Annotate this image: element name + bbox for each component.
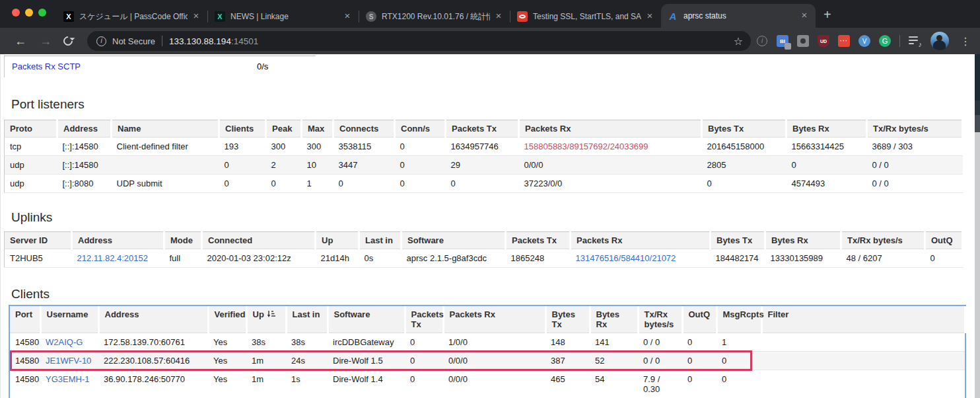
- dots-extension-icon[interactable]: ···: [838, 35, 850, 47]
- table-row: tcp[::]:14580Client-defined filter193300…: [5, 138, 963, 156]
- close-tab-icon[interactable]: ×: [644, 11, 656, 22]
- column-header: Tx/Rx bytes/s: [867, 120, 963, 138]
- table-link[interactable]: JE1WFV-10: [46, 356, 91, 366]
- camera-extension-icon[interactable]: [797, 35, 809, 47]
- table-link[interactable]: 131476516/584410/21072: [576, 253, 676, 263]
- column-header-sortable[interactable]: Bytes Tx: [545, 306, 590, 333]
- window-controls: [12, 9, 46, 17]
- page-scrollbar[interactable]: [975, 54, 980, 398]
- packets-rx-link[interactable]: 158805883/89157692/24033699: [524, 141, 648, 151]
- column-header: Packets Tx: [506, 232, 571, 249]
- grammarly-extension-icon[interactable]: G: [879, 35, 891, 47]
- column-header-sortable[interactable]: Last in: [286, 306, 328, 333]
- column-header: Packets Rx: [519, 120, 702, 138]
- minimize-window-button[interactable]: [25, 9, 33, 17]
- forward-button[interactable]: →: [33, 34, 58, 48]
- column-header-sortable[interactable]: Software: [328, 306, 405, 333]
- scrollbar-thumb-lower[interactable]: [975, 115, 980, 132]
- table-cell: [761, 370, 965, 398]
- ublock-extension-icon[interactable]: UD: [818, 35, 829, 47]
- table-row: udp[::]:8080UDP submit00100037223/0/0045…: [5, 175, 963, 193]
- column-header-sortable[interactable]: Filter: [761, 306, 965, 333]
- table-cell: 1: [717, 333, 761, 352]
- back-button[interactable]: ←: [8, 34, 33, 48]
- table-cell: 3447: [333, 156, 395, 175]
- scrollbar-thumb[interactable]: [975, 100, 980, 115]
- table-header-row: Port Username Address Verified Up Last i…: [10, 306, 965, 333]
- bitwarden-extension-icon[interactable]: BI: [777, 35, 788, 47]
- new-tab-button[interactable]: +: [816, 7, 841, 28]
- column-header: Address: [72, 232, 164, 249]
- table-cell: [::]:14580: [57, 156, 112, 175]
- media-controls-icon[interactable]: ♪: [909, 36, 922, 46]
- table-cell: 0: [682, 370, 717, 398]
- site-info-icon[interactable]: i: [96, 36, 106, 46]
- table-cell: Client-defined filter: [112, 138, 219, 156]
- table-cell: Dire-Wolf 1.5: [328, 352, 405, 370]
- table-cell: 52: [590, 352, 638, 370]
- table-link[interactable]: 212.11.82.4:20152: [77, 253, 148, 263]
- column-header: Name: [112, 120, 219, 138]
- table-cell: 48 / 6207: [841, 249, 925, 268]
- reload-button[interactable]: [61, 34, 75, 48]
- table-cell: 0: [219, 156, 266, 175]
- table-cell: 1s: [286, 370, 328, 398]
- column-header-sortable[interactable]: Port: [10, 306, 40, 333]
- vimium-extension-icon[interactable]: V: [858, 35, 870, 47]
- oracle-logo-icon: [517, 11, 528, 22]
- column-header-sortable[interactable]: Bytes Rx: [590, 306, 638, 333]
- close-tab-icon[interactable]: ×: [798, 10, 810, 22]
- maximize-window-button[interactable]: [38, 9, 46, 17]
- table-cell: 0: [405, 352, 443, 370]
- tab-rtx1200[interactable]: S RTX1200 Rev.10.01.76 / 統計情報 ×: [359, 5, 510, 28]
- packets-rx-sctp-link[interactable]: Packets Rx SCTP: [12, 61, 81, 71]
- table-cell: 0: [405, 370, 443, 398]
- address-bar[interactable]: i Not Secure 133.130.88.194 :14501 ☆: [87, 31, 751, 51]
- table-link[interactable]: YG3EMH-1: [46, 374, 89, 384]
- table-cell: 300: [302, 138, 333, 156]
- table-header-row: Server ID Address Mode Connected Up Last…: [5, 232, 963, 249]
- tab-passcode[interactable]: X スケジュール | PassCode Official ×: [57, 5, 207, 28]
- close-tab-icon[interactable]: ×: [493, 11, 505, 22]
- table-cell: [761, 333, 965, 352]
- table-link[interactable]: W2AIQ-G: [46, 337, 83, 347]
- column-header: Address: [57, 120, 112, 138]
- tab-title: aprsc status: [683, 11, 796, 20]
- column-header-sortable[interactable]: Tx/Rx bytes/s: [638, 306, 682, 333]
- column-header-sortable[interactable]: Username: [40, 306, 98, 333]
- port-listeners-table: Proto Address Name Clients Peak Max Conn…: [4, 120, 963, 193]
- column-header-sortable[interactable]: Verified: [208, 306, 246, 333]
- table-cell: 0: [395, 175, 446, 193]
- column-header-sortable[interactable]: MsgRcpts: [717, 306, 761, 333]
- table-cell: 201645158000: [702, 138, 787, 156]
- column-header: Bytes Tx: [702, 120, 787, 138]
- sort-descending-icon: [267, 310, 275, 318]
- column-header-sortable[interactable]: Packets Rx: [443, 306, 545, 333]
- column-header-sortable[interactable]: Address: [98, 306, 208, 333]
- table-cell: 0: [682, 333, 717, 352]
- profile-avatar[interactable]: [930, 32, 949, 50]
- close-tab-icon[interactable]: ×: [341, 11, 353, 22]
- table-cell: 172.58.139.70:60761: [98, 333, 208, 352]
- table-cell: 2805: [702, 156, 787, 175]
- table-cell: UDP submit: [112, 175, 219, 193]
- extension-info-icon[interactable]: i: [757, 36, 767, 46]
- column-header-sortable[interactable]: Up: [246, 306, 286, 333]
- tab-news-linkage[interactable]: X NEWS | Linkage ×: [208, 5, 359, 28]
- menu-kebab-icon[interactable]: ⋮: [958, 35, 973, 48]
- close-tab-icon[interactable]: ×: [190, 11, 202, 22]
- not-secure-label: Not Secure: [112, 36, 155, 46]
- close-window-button[interactable]: [12, 9, 20, 17]
- column-header-sortable[interactable]: Packets Tx: [405, 306, 443, 333]
- column-header-sortable[interactable]: OutQ: [682, 306, 717, 333]
- tab-aprsc-status-active[interactable]: A aprsc status ×: [661, 4, 816, 28]
- table-cell: 387: [545, 352, 590, 370]
- table-cell: [::]:8080: [57, 175, 112, 193]
- table-cell: 14580: [10, 352, 40, 370]
- table-cell: 0s: [359, 249, 402, 268]
- table-cell: 1634957746: [446, 138, 519, 156]
- tab-testing-ssl[interactable]: Testing SSL, StartTLS, and SASL ×: [510, 5, 661, 28]
- table-cell: 141: [590, 333, 638, 352]
- bookmark-star-icon[interactable]: ☆: [734, 35, 743, 48]
- table-cell: 0 / 0: [638, 333, 682, 352]
